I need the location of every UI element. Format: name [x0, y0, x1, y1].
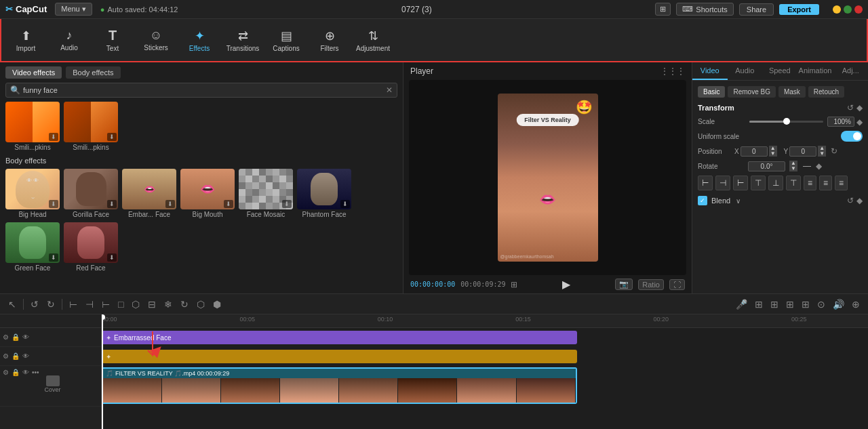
toolbar-item-adjustment[interactable]: ⇅ Adjustment: [351, 20, 395, 60]
align-center-h-btn[interactable]: ⊣: [715, 176, 730, 190]
align-right-btn[interactable]: ⊢: [733, 176, 748, 190]
timeline-grid-icon[interactable]: ⊞: [511, 280, 517, 289]
trim-right-btn[interactable]: ⊢: [99, 298, 113, 311]
track-lock-cover[interactable]: 🔒: [12, 369, 20, 376]
effect-item-green-face[interactable]: ⬇ Green Face: [5, 222, 60, 272]
shield-btn[interactable]: ⬡: [129, 298, 142, 311]
playhead[interactable]: [102, 314, 103, 429]
embarrassed-face-clip[interactable]: ✦ Embarrassed Face: [102, 331, 577, 344]
align-extra1-btn[interactable]: ≡: [804, 176, 816, 190]
effect-item-phantom[interactable]: ⬇ Phantom Face: [297, 169, 351, 218]
toolbar-item-audio[interactable]: ♪ Audio: [47, 20, 91, 60]
toolbar-item-stickers[interactable]: ☺ Stickers: [134, 20, 178, 60]
rotate-input[interactable]: [748, 161, 785, 171]
align-extra3-btn[interactable]: ≡: [835, 176, 848, 190]
close-button[interactable]: [854, 5, 863, 14]
align-top-btn[interactable]: ⊤: [751, 176, 766, 190]
effect-item-embarrassed[interactable]: 👄 ⬇ Embar... Face: [122, 169, 176, 218]
position-reset-btn[interactable]: ↻: [831, 146, 837, 156]
uniform-scale-toggle[interactable]: [841, 131, 863, 142]
mirror-btn[interactable]: ⬡: [194, 298, 208, 311]
style-tab-removebg[interactable]: Remove BG: [728, 86, 775, 98]
play-button[interactable]: ▶: [562, 278, 570, 291]
grid-button[interactable]: ⊞: [655, 3, 671, 16]
toolbar-item-import[interactable]: ⬆ Import: [4, 20, 47, 60]
ungroup-btn[interactable]: ⊞: [799, 298, 812, 311]
maximize-button[interactable]: [844, 5, 852, 14]
y-step-down[interactable]: ▼: [818, 151, 826, 157]
effect-item-red-face[interactable]: ⬇ Red Face: [64, 222, 118, 272]
volume-btn[interactable]: 🔊: [830, 298, 847, 311]
effect-item-smiling2[interactable]: ⬇ Smili...pkins: [64, 102, 118, 151]
blend-keyframe-btn[interactable]: ◆: [856, 196, 863, 205]
select-tool-btn[interactable]: ↖: [5, 298, 19, 311]
tab-audio[interactable]: Audio: [728, 62, 763, 80]
toolbar-item-effects[interactable]: ✦ Effects: [178, 20, 221, 60]
position-x-input[interactable]: [741, 146, 768, 157]
rotate-keyframe-btn[interactable]: ◆: [816, 161, 822, 171]
tab-speed[interactable]: Speed: [762, 62, 797, 80]
minimize-button[interactable]: [833, 5, 841, 14]
effect-item-face-mosaic[interactable]: ⬇ Face Mosaic: [239, 169, 293, 218]
zoom-btn[interactable]: ⊕: [849, 298, 863, 311]
toolbar-item-transitions[interactable]: ⇄ Transitions: [221, 20, 264, 60]
video-effects-tab[interactable]: Video effects: [5, 66, 62, 79]
tab-video[interactable]: Video: [692, 62, 728, 80]
align-extra2-btn[interactable]: ≡: [819, 176, 832, 190]
scale-slider-thumb[interactable]: [783, 118, 790, 125]
body-effects-tab[interactable]: Body effects: [66, 66, 120, 79]
style-tab-retouch[interactable]: Retouch: [808, 86, 844, 98]
style-tab-mask[interactable]: Mask: [778, 86, 806, 98]
align-center-v-btn[interactable]: ⊥: [768, 176, 783, 190]
effect-item-gorilla-face[interactable]: ⬇ Gorilla Face: [64, 169, 118, 218]
redo-btn[interactable]: ↻: [44, 298, 58, 311]
x-step-down[interactable]: ▼: [769, 151, 777, 157]
crop-btn[interactable]: ⬢: [210, 298, 224, 311]
effect-item-big-head[interactable]: 👁 👁 ⌣ ⬇ Big Head: [5, 169, 60, 218]
track-more-cover[interactable]: •••: [32, 369, 39, 376]
blend-checkbox[interactable]: ✓: [698, 196, 707, 205]
speed-btn[interactable]: ⊙: [814, 298, 828, 311]
menu-button[interactable]: Menu ▾: [55, 3, 92, 16]
toolbar-item-captions[interactable]: ▤ Captions: [264, 20, 308, 60]
track-lock-1[interactable]: 🔒: [12, 333, 20, 341]
search-input[interactable]: [23, 86, 383, 94]
link-btn[interactable]: ⊞: [752, 298, 766, 311]
split-btn[interactable]: ⊢: [66, 298, 80, 311]
video-clip[interactable]: 🎵 FILTER VS REALITY 🎵.mp4 00:00:09:29: [102, 367, 577, 404]
blend-reset-btn[interactable]: ↺: [847, 196, 854, 205]
ratio-button[interactable]: Ratio: [638, 279, 664, 290]
shortcuts-button[interactable]: ⌨ Shortcuts: [676, 3, 733, 16]
rotate-step-down[interactable]: ▼: [789, 166, 797, 171]
transform-keyframe-btn[interactable]: ◆: [856, 103, 863, 113]
style-tab-basic[interactable]: Basic: [698, 86, 725, 98]
effect-item-big-mouth[interactable]: 👄 ⬇ Big Mouth: [180, 169, 235, 218]
align-left-btn[interactable]: ⊢: [698, 176, 713, 190]
audio-track-btn[interactable]: 🎤: [733, 298, 750, 311]
screenshot-button[interactable]: 📷: [615, 279, 633, 290]
fullscreen-button[interactable]: ⛶: [669, 279, 685, 290]
toolbar-item-text[interactable]: T Text: [91, 20, 134, 60]
toolbar-item-filters[interactable]: ⊕ Filters: [308, 20, 351, 60]
track-eye-2[interactable]: 👁: [22, 352, 29, 360]
track-eye-cover[interactable]: 👁: [22, 369, 29, 376]
unlink-btn[interactable]: ⊞: [768, 298, 781, 311]
search-clear-button[interactable]: ✕: [386, 85, 393, 95]
rotate-btn[interactable]: ↻: [178, 298, 191, 311]
share-button[interactable]: Share: [739, 3, 774, 16]
tab-adj[interactable]: Adj...: [833, 62, 868, 80]
export-button[interactable]: Export: [779, 4, 819, 15]
track-eye-1[interactable]: 👁: [22, 333, 29, 341]
split2-btn[interactable]: ⊟: [145, 298, 159, 311]
scale-slider[interactable]: [749, 121, 823, 123]
undo-btn[interactable]: ↺: [28, 298, 41, 311]
track-lock-2[interactable]: 🔒: [12, 352, 20, 360]
delete-btn[interactable]: □: [115, 298, 126, 311]
freeze-btn[interactable]: ❄: [161, 298, 175, 311]
group-btn[interactable]: ⊞: [783, 298, 797, 311]
transform-reset-btn[interactable]: ↺: [847, 103, 854, 113]
yellow-clip[interactable]: ✦: [102, 350, 577, 363]
tab-animation[interactable]: Animation: [797, 62, 833, 80]
trim-left-btn[interactable]: ⊣: [83, 298, 96, 311]
scale-keyframe-btn[interactable]: ◆: [856, 117, 863, 127]
